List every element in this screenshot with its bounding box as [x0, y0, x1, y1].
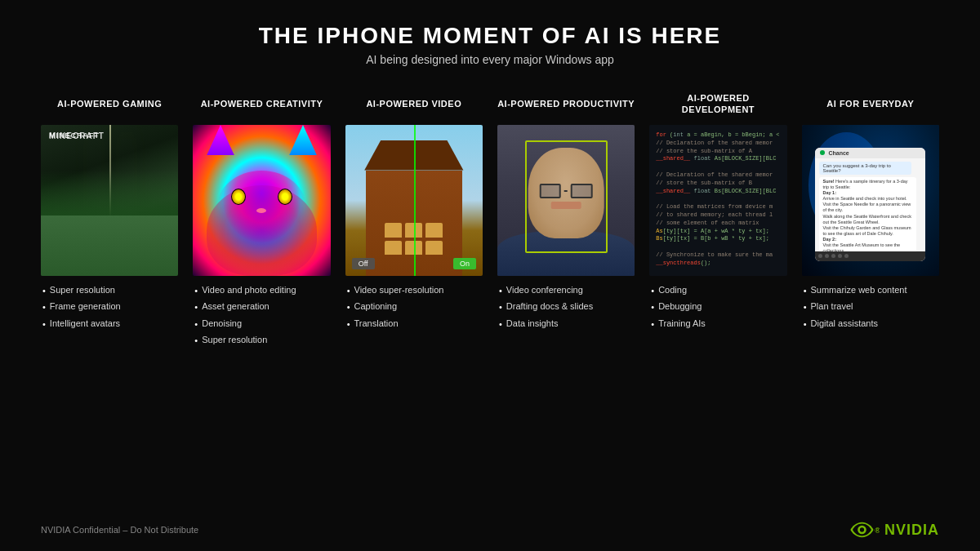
taskbar-dot	[825, 254, 829, 258]
ai-message: Sure! Here's a sample itinerary for a 3-…	[819, 177, 915, 256]
image-gaming: MINECRAFT	[41, 125, 178, 276]
column-everyday: AI FOR EVERYDAY Chance Can you suggest a…	[802, 91, 939, 350]
chat-window: Chance Can you suggest a 3-day trip to S…	[815, 148, 925, 261]
bullet-text: Training AIs	[658, 318, 706, 329]
ground	[41, 216, 178, 276]
nvidia-eye-icon: ®	[850, 521, 880, 539]
bullet-item: • Plan travel	[804, 300, 939, 313]
bullet-dot: •	[499, 301, 502, 313]
col-title-productivity: AI-POWERED PRODUCTIVITY	[497, 91, 635, 117]
slide-container: THE IPHONE MOMENT OF AI IS HERE AI being…	[0, 0, 980, 551]
col-title-gaming: AI-POWERED GAMING	[41, 91, 178, 117]
bullet-item: • Video and photo editing	[194, 284, 330, 296]
bullet-item: • Summarize web content	[804, 284, 939, 296]
bullet-dot: •	[804, 318, 807, 330]
bullet-dot: •	[194, 318, 198, 330]
person-scene	[497, 125, 635, 276]
footer: NVIDIA Confidential – Do Not Distribute …	[41, 521, 939, 539]
bullet-text: Intelligent avatars	[50, 318, 120, 329]
bullet-item: • Denoising	[194, 318, 330, 330]
video-overlay: Off On	[345, 258, 483, 269]
chat-body: Can you suggest a 3-day trip to Seattle?…	[815, 158, 925, 260]
window	[425, 241, 443, 255]
development-bullets: • Coding • Debugging • Training AIs	[649, 284, 786, 334]
bullet-item: • Super resolution	[42, 284, 178, 296]
column-video: AI-POWERED VIDEO	[345, 91, 483, 350]
image-productivity	[497, 125, 635, 276]
cat-ear-right	[289, 125, 317, 155]
bullet-text: Summarize web content	[811, 284, 907, 295]
bullet-text: Frame generation	[50, 300, 121, 312]
bullet-item: • Digital assistants	[804, 318, 939, 330]
bullet-item: • Drafting docs & slides	[499, 300, 635, 313]
bullet-item: • Captioning	[347, 300, 483, 313]
bullet-item: • Coding	[651, 284, 786, 296]
bullet-dot: •	[804, 301, 807, 313]
gaming-bullets: • Super resolution • Frame generation • …	[41, 284, 178, 334]
columns-wrapper: AI-POWERED GAMING MINECRAFT • Super reso…	[41, 91, 939, 350]
main-title: THE IPHONE MOMENT OF AI IS HERE	[41, 23, 939, 49]
bullet-dot: •	[651, 301, 654, 313]
bullet-text: Video super-resolution	[354, 284, 444, 295]
bullet-item: • Frame generation	[42, 300, 178, 313]
bullet-item: • Asset generation	[194, 300, 330, 313]
on-label: On	[453, 258, 476, 269]
header: THE IPHONE MOMENT OF AI IS HERE AI being…	[41, 23, 939, 66]
bullet-dot: •	[194, 335, 198, 346]
nvidia-logo: ® NVIDIA	[850, 521, 939, 539]
bullet-text: Video and photo editing	[202, 284, 296, 295]
building-scene: Off On	[345, 125, 483, 276]
subtitle: AI being designed into every major Windo…	[41, 53, 939, 66]
bullet-dot: •	[804, 285, 807, 296]
bullet-dot: •	[194, 285, 198, 296]
bullet-item: • Training AIs	[651, 318, 786, 330]
taskbar-dot	[844, 254, 849, 258]
bullet-item: • Intelligent avatars	[42, 318, 178, 330]
code-scene: for (int a = aBegin, b = bBegin; a < // …	[649, 125, 786, 276]
everyday-bullets: • Summarize web content • Plan travel • …	[802, 284, 939, 334]
image-development: for (int a = aBegin, b = bBegin; a < // …	[649, 125, 786, 276]
image-creativity	[193, 125, 330, 276]
confidential-label: NVIDIA Confidential – Do Not Distribute	[41, 525, 198, 535]
bullet-text: Asset generation	[202, 300, 270, 312]
user-message: Can you suggest a 3-day trip to Seattle?	[819, 162, 911, 175]
creativity-bullets: • Video and photo editing • Asset genera…	[193, 284, 330, 350]
minecraft-label: MINECRAFT	[49, 131, 100, 140]
bullet-text: Super resolution	[202, 334, 267, 345]
image-everyday: Chance Can you suggest a 3-day trip to S…	[802, 125, 939, 276]
cat-scene	[193, 125, 330, 276]
off-label: Off	[352, 258, 375, 269]
productivity-bullets: • Video conferencing • Drafting docs & s…	[497, 284, 635, 334]
cat-nose	[256, 208, 266, 213]
bullet-text: Debugging	[658, 300, 702, 312]
bullet-text: Drafting docs & slides	[506, 300, 593, 312]
bullet-text: Denoising	[202, 318, 242, 329]
column-development: AI-POWERED DEVELOPMENT for (int a = aBeg…	[649, 91, 786, 350]
cat-ear-left	[207, 125, 234, 155]
chat-header: Chance	[815, 148, 925, 158]
bullet-text: Coding	[658, 284, 687, 295]
svg-text:®: ®	[875, 527, 880, 535]
col-title-everyday: AI FOR EVERYDAY	[802, 91, 939, 117]
bullet-text: Super resolution	[50, 284, 115, 295]
face-detection-box	[525, 140, 608, 254]
window	[425, 223, 443, 237]
bullet-dot: •	[42, 318, 46, 330]
split-line	[414, 125, 416, 276]
col-title-video: AI-POWERED VIDEO	[345, 91, 483, 117]
bullet-dot: •	[42, 285, 46, 296]
nvidia-wordmark: NVIDIA	[884, 522, 939, 539]
bullet-text: Plan travel	[811, 300, 853, 312]
chat-taskbar	[815, 251, 925, 261]
taskbar-dot	[838, 254, 842, 258]
col-title-development: AI-POWERED DEVELOPMENT	[649, 91, 786, 117]
bullet-dot: •	[499, 285, 502, 296]
bullet-dot: •	[347, 285, 350, 296]
taskbar-dot	[831, 254, 835, 258]
image-video: Off On	[345, 125, 483, 276]
column-gaming: AI-POWERED GAMING MINECRAFT • Super reso…	[41, 91, 178, 350]
cat-eye-right	[278, 189, 292, 205]
video-bullets: • Video super-resolution • Captioning • …	[345, 284, 483, 334]
bullet-dot: •	[347, 301, 350, 313]
chat-app-name: Chance	[828, 150, 849, 156]
